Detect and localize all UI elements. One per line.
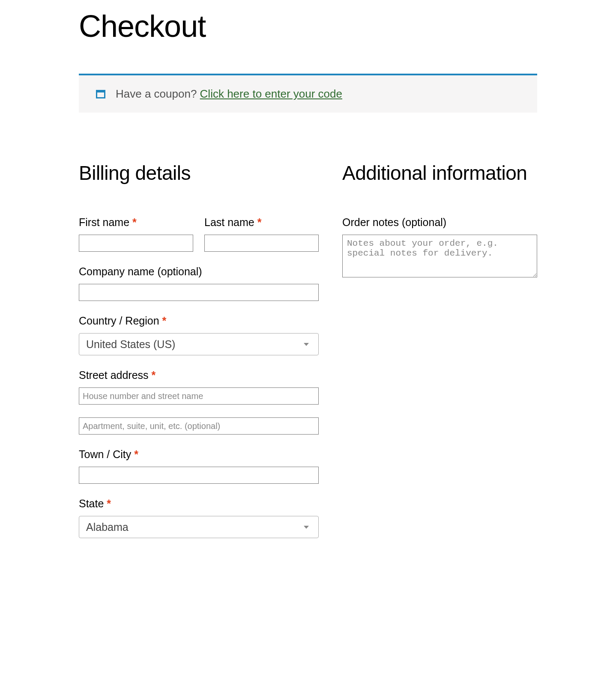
country-label-text: Country / Region	[79, 315, 162, 327]
billing-column: Billing details First name * Last name *…	[79, 160, 319, 552]
last-name-input[interactable]	[204, 235, 319, 252]
coupon-prompt-text: Have a coupon? Click here to enter your …	[116, 87, 342, 101]
street-address-input[interactable]	[79, 387, 319, 405]
chevron-down-icon	[304, 343, 309, 346]
last-name-label: Last name *	[204, 216, 319, 229]
required-mark: *	[162, 315, 167, 327]
first-name-label: First name *	[79, 216, 193, 229]
first-name-label-text: First name	[79, 216, 132, 228]
required-mark: *	[134, 448, 138, 460]
country-label: Country / Region *	[79, 315, 319, 327]
coupon-link[interactable]: Click here to enter your code	[200, 87, 342, 100]
order-notes-label: Order notes (optional)	[342, 216, 537, 229]
required-mark: *	[257, 216, 262, 228]
required-mark: *	[152, 369, 156, 381]
order-notes-textarea[interactable]	[342, 235, 537, 277]
order-notes-field-group: Order notes (optional)	[342, 216, 537, 279]
street-label: Street address *	[79, 369, 319, 381]
required-mark: *	[107, 497, 111, 509]
street-label-text: Street address	[79, 369, 152, 381]
state-select-value: Alabama	[86, 521, 304, 533]
state-select[interactable]: Alabama	[79, 516, 319, 538]
additional-column: Additional information Order notes (opti…	[342, 160, 537, 552]
street-field-group: Street address *	[79, 369, 319, 435]
coupon-notice: Have a coupon? Click here to enter your …	[79, 74, 537, 113]
chevron-down-icon	[304, 526, 309, 529]
company-field-group: Company name (optional)	[79, 265, 319, 301]
first-name-field-group: First name *	[79, 216, 193, 252]
city-input[interactable]	[79, 467, 319, 484]
window-icon	[96, 90, 105, 98]
country-select[interactable]: United States (US)	[79, 333, 319, 355]
page-title: Checkout	[79, 9, 537, 44]
billing-heading: Billing details	[79, 160, 319, 186]
country-field-group: Country / Region * United States (US)	[79, 315, 319, 355]
state-label-text: State	[79, 497, 107, 509]
state-field-group: State * Alabama	[79, 497, 319, 538]
country-select-value: United States (US)	[86, 338, 304, 351]
state-label: State *	[79, 497, 319, 510]
required-mark: *	[132, 216, 137, 228]
last-name-label-text: Last name	[204, 216, 257, 228]
coupon-prompt: Have a coupon?	[116, 87, 200, 100]
additional-heading: Additional information	[342, 160, 537, 186]
last-name-field-group: Last name *	[204, 216, 319, 252]
company-input[interactable]	[79, 284, 319, 301]
city-label-text: Town / City	[79, 448, 134, 460]
city-label: Town / City *	[79, 448, 319, 461]
first-name-input[interactable]	[79, 235, 193, 252]
city-field-group: Town / City *	[79, 448, 319, 484]
street-address-2-input[interactable]	[79, 417, 319, 435]
company-label: Company name (optional)	[79, 265, 319, 278]
